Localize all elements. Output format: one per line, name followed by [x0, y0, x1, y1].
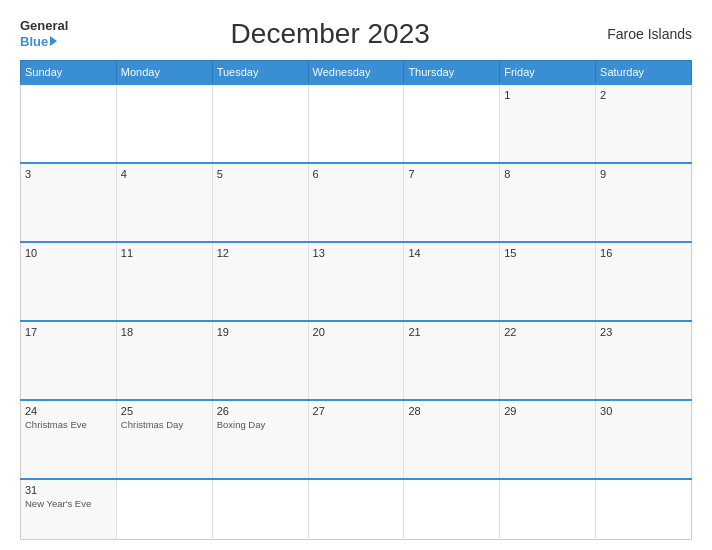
- calendar-day-cell: 1: [500, 84, 596, 163]
- calendar-day-cell: 25Christmas Day: [116, 400, 212, 479]
- calendar-day-cell: 28: [404, 400, 500, 479]
- day-number: 25: [121, 405, 208, 417]
- calendar-day-cell: 21: [404, 321, 500, 400]
- calendar-title: December 2023: [68, 18, 592, 50]
- day-number: 2: [600, 89, 687, 101]
- day-number: 18: [121, 326, 208, 338]
- calendar-day-cell: 15: [500, 242, 596, 321]
- calendar-day-cell: 10: [21, 242, 117, 321]
- calendar-day-cell: [404, 84, 500, 163]
- day-number: 31: [25, 484, 112, 496]
- day-number: 15: [504, 247, 591, 259]
- day-number: 16: [600, 247, 687, 259]
- calendar-day-cell: 11: [116, 242, 212, 321]
- header: General Blue December 2023 Faroe Islands: [20, 18, 692, 50]
- calendar-day-cell: [500, 479, 596, 539]
- day-number: 4: [121, 168, 208, 180]
- calendar-day-cell: 27: [308, 400, 404, 479]
- calendar-day-cell: [404, 479, 500, 539]
- day-number: 24: [25, 405, 112, 417]
- calendar-day-cell: [212, 479, 308, 539]
- calendar-day-cell: 9: [596, 163, 692, 242]
- calendar-event: Boxing Day: [217, 419, 304, 431]
- calendar-week-row: 24Christmas Eve25Christmas Day26Boxing D…: [21, 400, 692, 479]
- calendar-day-cell: [308, 479, 404, 539]
- day-number: 5: [217, 168, 304, 180]
- day-number: 30: [600, 405, 687, 417]
- calendar-event: Christmas Eve: [25, 419, 112, 431]
- calendar-day-cell: [212, 84, 308, 163]
- calendar-day-cell: 14: [404, 242, 500, 321]
- calendar-event: Christmas Day: [121, 419, 208, 431]
- calendar-day-cell: 3: [21, 163, 117, 242]
- calendar-day-cell: 31New Year's Eve: [21, 479, 117, 539]
- calendar-day-cell: 30: [596, 400, 692, 479]
- calendar-day-cell: 12: [212, 242, 308, 321]
- day-number: 9: [600, 168, 687, 180]
- day-number: 21: [408, 326, 495, 338]
- calendar-day-cell: 5: [212, 163, 308, 242]
- calendar-day-cell: [21, 84, 117, 163]
- calendar-day-cell: 19: [212, 321, 308, 400]
- weekday-header-monday: Monday: [116, 61, 212, 85]
- day-number: 29: [504, 405, 591, 417]
- calendar-day-cell: [116, 84, 212, 163]
- day-number: 7: [408, 168, 495, 180]
- calendar-day-cell: 23: [596, 321, 692, 400]
- page: General Blue December 2023 Faroe Islands…: [0, 0, 712, 550]
- weekday-header-saturday: Saturday: [596, 61, 692, 85]
- day-number: 11: [121, 247, 208, 259]
- calendar-day-cell: 24Christmas Eve: [21, 400, 117, 479]
- day-number: 17: [25, 326, 112, 338]
- calendar-day-cell: 2: [596, 84, 692, 163]
- logo-blue-text: Blue: [20, 34, 57, 49]
- day-number: 6: [313, 168, 400, 180]
- region-label: Faroe Islands: [592, 26, 692, 42]
- calendar-day-cell: 26Boxing Day: [212, 400, 308, 479]
- calendar-week-row: 10111213141516: [21, 242, 692, 321]
- calendar-day-cell: 29: [500, 400, 596, 479]
- day-number: 1: [504, 89, 591, 101]
- day-number: 26: [217, 405, 304, 417]
- calendar-day-cell: [596, 479, 692, 539]
- day-number: 19: [217, 326, 304, 338]
- calendar-event: New Year's Eve: [25, 498, 112, 510]
- weekday-header-thursday: Thursday: [404, 61, 500, 85]
- calendar-table: SundayMondayTuesdayWednesdayThursdayFrid…: [20, 60, 692, 540]
- calendar-day-cell: 6: [308, 163, 404, 242]
- day-number: 27: [313, 405, 400, 417]
- day-number: 12: [217, 247, 304, 259]
- logo-triangle-icon: [50, 36, 57, 46]
- day-number: 8: [504, 168, 591, 180]
- weekday-header-wednesday: Wednesday: [308, 61, 404, 85]
- logo-general-text: General: [20, 19, 68, 33]
- weekday-header-sunday: Sunday: [21, 61, 117, 85]
- calendar-week-row: 17181920212223: [21, 321, 692, 400]
- day-number: 10: [25, 247, 112, 259]
- day-number: 13: [313, 247, 400, 259]
- weekday-header-tuesday: Tuesday: [212, 61, 308, 85]
- calendar-day-cell: 13: [308, 242, 404, 321]
- weekday-header-friday: Friday: [500, 61, 596, 85]
- day-number: 28: [408, 405, 495, 417]
- calendar-day-cell: [116, 479, 212, 539]
- calendar-day-cell: 7: [404, 163, 500, 242]
- calendar-day-cell: 20: [308, 321, 404, 400]
- calendar-week-row: 12: [21, 84, 692, 163]
- calendar-day-cell: [308, 84, 404, 163]
- day-number: 23: [600, 326, 687, 338]
- weekday-header-row: SundayMondayTuesdayWednesdayThursdayFrid…: [21, 61, 692, 85]
- calendar-day-cell: 22: [500, 321, 596, 400]
- calendar-week-row: 31New Year's Eve: [21, 479, 692, 539]
- calendar-day-cell: 16: [596, 242, 692, 321]
- calendar-day-cell: 8: [500, 163, 596, 242]
- day-number: 20: [313, 326, 400, 338]
- day-number: 14: [408, 247, 495, 259]
- day-number: 3: [25, 168, 112, 180]
- calendar-day-cell: 18: [116, 321, 212, 400]
- logo: General Blue: [20, 19, 68, 48]
- calendar-day-cell: 17: [21, 321, 117, 400]
- day-number: 22: [504, 326, 591, 338]
- calendar-day-cell: 4: [116, 163, 212, 242]
- calendar-week-row: 3456789: [21, 163, 692, 242]
